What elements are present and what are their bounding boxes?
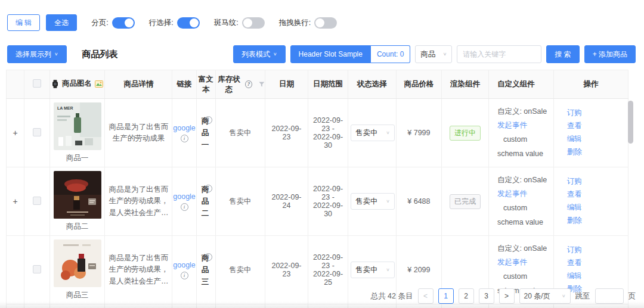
- emit-event-link[interactable]: 发起事件: [497, 121, 527, 129]
- category-select[interactable]: 商品∨: [415, 45, 452, 63]
- stock-status: 售卖中: [215, 167, 265, 236]
- column-picker-button[interactable]: 选择展示列∨: [7, 45, 67, 63]
- header-slot-button[interactable]: Header Slot Sample: [290, 45, 371, 63]
- status-select[interactable]: 售卖中∨: [351, 262, 395, 278]
- date-value: 2022-09-24: [265, 167, 308, 236]
- order-action[interactable]: 订购: [567, 175, 626, 188]
- info-icon[interactable]: i: [205, 116, 212, 124]
- delete-action[interactable]: 删除: [567, 146, 626, 159]
- stock-column-header: 库存状态 ?: [215, 70, 265, 99]
- row-select-toggle-label: 行选择:: [149, 18, 174, 28]
- chevron-down-icon: ∨: [386, 130, 390, 135]
- drag-reorder-toggle-label: 拖拽换行:: [279, 18, 311, 28]
- ops-column-header: 操作: [553, 70, 628, 99]
- row-checkbox[interactable]: [33, 265, 41, 273]
- row-actions: 订购 查看 编辑 删除: [553, 99, 628, 167]
- drag-reorder-toggle-group: 拖拽换行:: [279, 17, 337, 29]
- delete-action[interactable]: 删除: [567, 214, 626, 228]
- emit-event-link[interactable]: 发起事件: [497, 258, 527, 266]
- order-action[interactable]: 订购: [567, 107, 626, 120]
- info-icon[interactable]: i: [181, 135, 188, 142]
- row-checkbox[interactable]: [33, 128, 41, 136]
- product-image: [54, 171, 101, 219]
- pagination-toggle-label: 分页:: [91, 18, 108, 28]
- view-action[interactable]: 查看: [567, 257, 626, 270]
- stock-status: 售卖中: [215, 99, 265, 167]
- filter-funnel-icon[interactable]: [259, 81, 265, 88]
- custom-component-cell: 自定义: onSale 发起事件custom schema value: [488, 99, 553, 167]
- page-unit-label: 页: [628, 291, 636, 301]
- expand-row-button[interactable]: +: [13, 128, 18, 138]
- status-badge: 进行中: [450, 126, 481, 141]
- image-icon: [95, 80, 103, 88]
- status-badge: 已完成: [450, 194, 481, 209]
- svg-text:LA MER: LA MER: [57, 106, 73, 110]
- top-toolbar: 编 辑 全选 分页: 行选择: 斑马纹: 拖拽换行:: [7, 14, 337, 31]
- table-header-bar: 选择展示列∨ 商品列表 列表模式∨ Header Slot Sample Cou…: [7, 45, 636, 63]
- expand-row-button[interactable]: +: [13, 197, 18, 206]
- page-bottom-shadow: [0, 301, 644, 308]
- zebra-stripe-toggle-group: 斑马纹:: [214, 17, 265, 29]
- google-link[interactable]: google: [173, 261, 196, 269]
- edit-action[interactable]: 编辑: [567, 270, 626, 283]
- status-select[interactable]: 售卖中∨: [351, 125, 395, 141]
- help-icon[interactable]: ?: [245, 80, 252, 88]
- view-action[interactable]: 查看: [567, 120, 626, 133]
- row-select-toggle[interactable]: [177, 17, 200, 29]
- add-product-button[interactable]: + 添加商品: [584, 45, 636, 63]
- select-column-header: [24, 70, 49, 99]
- google-link[interactable]: google: [173, 124, 196, 132]
- chevron-down-icon: ∨: [562, 294, 566, 298]
- info-icon[interactable]: i: [181, 272, 188, 279]
- vertical-scrollbar-thumb[interactable]: [628, 101, 633, 144]
- list-mode-button[interactable]: 列表模式∨: [233, 45, 286, 63]
- chevron-down-icon: ∨: [273, 52, 277, 57]
- info-icon[interactable]: i: [205, 253, 212, 261]
- view-action[interactable]: 查看: [567, 188, 626, 201]
- zebra-stripe-toggle-label: 斑马纹:: [214, 18, 239, 28]
- expand-column-header: [7, 70, 24, 99]
- product-name: 商品三: [52, 290, 103, 300]
- info-icon[interactable]: i: [181, 203, 188, 211]
- select-all-button[interactable]: 全选: [46, 14, 77, 31]
- select-all-checkbox[interactable]: [33, 79, 41, 88]
- zebra-stripe-toggle[interactable]: [242, 17, 265, 29]
- google-link[interactable]: google: [173, 192, 196, 201]
- date-value: 2022-09-23: [265, 99, 308, 167]
- search-button[interactable]: 搜 索: [546, 45, 579, 63]
- product-name: 商品二: [52, 222, 103, 232]
- product-table: 商品图名 商品详情 链接 富文本 库存状态 ? 日期: [6, 70, 633, 308]
- date-range-column-header: 日期范围: [308, 70, 348, 99]
- stock-status: 售卖中: [215, 236, 265, 304]
- order-action[interactable]: 订购: [567, 244, 626, 257]
- status-select[interactable]: 售卖中∨: [351, 193, 395, 210]
- search-input[interactable]: [457, 45, 541, 63]
- emit-event-link[interactable]: 发起事件: [497, 189, 527, 198]
- info-icon[interactable]: i: [205, 185, 212, 192]
- watch-icon: [51, 80, 59, 88]
- date-value: 2022-09-23: [265, 236, 308, 304]
- chevron-down-icon: ∨: [443, 52, 447, 57]
- toggle-knob: [125, 18, 134, 27]
- product-image: LA MER: [54, 102, 101, 150]
- chevron-down-icon: ∨: [54, 52, 58, 57]
- pagination-toggle[interactable]: [112, 17, 135, 29]
- chevron-down-icon: ∨: [386, 267, 390, 272]
- header-row: 商品图名 商品详情 链接 富文本 库存状态 ? 日期: [7, 70, 628, 99]
- price-value: ¥ 7999: [396, 99, 442, 167]
- link-column-header: 链接: [172, 70, 196, 99]
- edit-button[interactable]: 编 辑: [7, 14, 40, 31]
- edit-action[interactable]: 编辑: [567, 133, 626, 146]
- pagination-toggle-group: 分页:: [91, 17, 134, 29]
- edit-action[interactable]: 编辑: [567, 201, 626, 214]
- date-range-value: 2022-09-23 -2022-09-25: [308, 236, 348, 304]
- date-range-value: 2022-09-23 -2022-09-30: [308, 167, 348, 236]
- date-range-value: 2022-09-23 -2022-09-30: [308, 99, 348, 167]
- drag-reorder-toggle[interactable]: [314, 17, 337, 29]
- product-list-page: 编 辑 全选 分页: 行选择: 斑马纹: 拖拽换行: 选择展示列∨ 商品列表: [0, 0, 644, 308]
- jump-to-label: 跳至: [575, 291, 590, 301]
- row-checkbox[interactable]: [33, 197, 41, 205]
- table-row: + 商品二 商品是为了出售而生产的劳动成果，是人类社会生产力发展到一定历史阶..…: [7, 167, 628, 236]
- price-value: ¥ 6488: [396, 167, 442, 236]
- chevron-down-icon: ∨: [386, 199, 390, 204]
